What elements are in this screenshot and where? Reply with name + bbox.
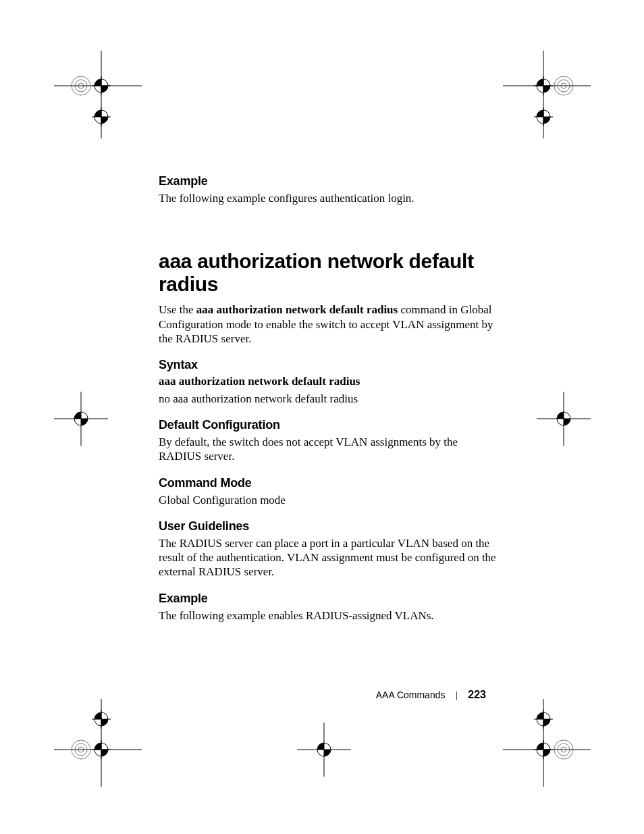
svg-point-30 xyxy=(317,743,331,756)
intro-prefix: Use the xyxy=(159,303,196,316)
intro-bold: aaa authorization network default radius xyxy=(196,303,398,316)
crop-mark-bottom-right xyxy=(496,692,591,787)
heading-example-2: Example xyxy=(159,592,496,606)
svg-point-44 xyxy=(554,740,573,759)
crop-mark-bottom-left xyxy=(54,692,149,787)
svg-point-27 xyxy=(557,412,570,425)
heading-syntax: Syntax xyxy=(159,358,496,372)
heading-user-guidelines: User Guidelines xyxy=(159,519,496,533)
crop-mark-bottom-center xyxy=(297,723,351,777)
text-example-2: The following example enables RADIUS-ass… xyxy=(159,608,496,623)
svg-point-45 xyxy=(558,744,570,756)
svg-point-47 xyxy=(537,712,550,726)
svg-point-14 xyxy=(558,80,570,92)
svg-point-3 xyxy=(75,80,87,92)
footer-separator: | xyxy=(456,690,458,701)
text-command-mode: Global Configuration mode xyxy=(159,493,496,507)
svg-point-24 xyxy=(74,412,88,425)
svg-point-50 xyxy=(537,743,550,756)
heading-main: aaa authorization network default radius xyxy=(159,250,496,296)
heading-example-1: Example xyxy=(159,174,496,188)
syntax-line-2: no aaa authorization network default rad… xyxy=(159,392,496,406)
heading-command-mode: Command Mode xyxy=(159,476,496,490)
text-example-1: The following example configures authent… xyxy=(159,191,496,205)
text-intro: Use the aaa authorization network defaul… xyxy=(159,303,496,346)
svg-point-34 xyxy=(75,744,87,756)
text-default-config: By default, the switch does not accept V… xyxy=(159,435,496,464)
syntax-line-1: aaa authorization network default radius xyxy=(159,375,496,388)
svg-point-36 xyxy=(95,712,108,726)
svg-point-15 xyxy=(561,83,566,88)
crop-mark-left-middle xyxy=(54,392,108,446)
crop-mark-top-left xyxy=(54,51,149,145)
footer-page-number: 223 xyxy=(468,689,486,700)
page-content: Example The following example configures… xyxy=(159,174,496,632)
svg-point-16 xyxy=(537,79,550,93)
crop-mark-right-middle xyxy=(537,392,591,446)
svg-point-33 xyxy=(72,740,90,759)
svg-point-4 xyxy=(78,83,84,88)
svg-point-46 xyxy=(561,747,566,752)
svg-point-8 xyxy=(95,110,108,124)
svg-point-35 xyxy=(78,747,84,752)
svg-point-19 xyxy=(537,110,550,124)
text-user-guidelines: The RADIUS server can place a port in a … xyxy=(159,536,496,579)
page-footer: AAA Commands | 223 xyxy=(0,689,486,701)
footer-label: AAA Commands xyxy=(376,689,446,700)
svg-point-2 xyxy=(72,76,90,95)
svg-point-13 xyxy=(554,76,573,95)
svg-point-5 xyxy=(95,79,108,93)
svg-point-39 xyxy=(95,743,108,756)
crop-mark-top-right xyxy=(496,51,591,145)
heading-default-config: Default Configuration xyxy=(159,418,496,432)
